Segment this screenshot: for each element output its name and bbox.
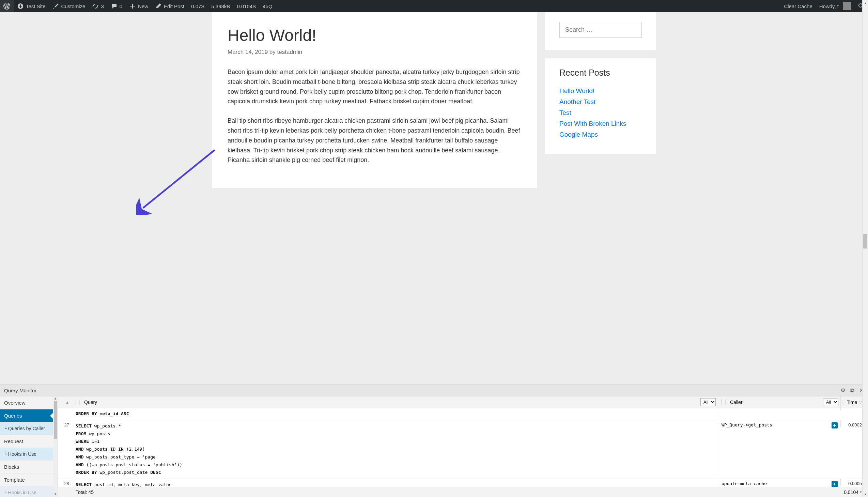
- scroll-up-icon[interactable]: ▲: [53, 396, 58, 401]
- qm-table-body[interactable]: ORDER BY meta_id ASC 27 SELECT wp_posts.…: [58, 408, 868, 487]
- scroll-up-icon[interactable]: ▴: [863, 0, 868, 6]
- qm-table-header: ▲ ⋮ Query All ⋮ Caller All ⋮ Time ▽: [58, 396, 868, 408]
- content-container: Hello World! March 14, 2019 by testadmin…: [212, 12, 656, 188]
- new-link[interactable]: New: [126, 0, 151, 12]
- post-meta: March 14, 2019 by testadmin: [227, 49, 521, 56]
- expand-caller-button[interactable]: +: [832, 422, 838, 428]
- qm-popout-icon[interactable]: ⧉: [850, 387, 854, 394]
- qm-footer-total: Total: 45: [72, 489, 841, 495]
- search-widget: [545, 12, 656, 50]
- customize-label: Customize: [61, 3, 86, 9]
- qm-nav-scrollbar[interactable]: ▲ ▼: [53, 396, 58, 497]
- qm-nav-request[interactable]: Request: [0, 435, 53, 448]
- qm-footer: Total: 45 0.0104 ▾: [58, 487, 868, 497]
- customize-link[interactable]: Customize: [49, 0, 89, 12]
- post-paragraph-2: Ball tip short ribs ribeye hamburger alc…: [227, 116, 521, 165]
- howdy-text: Howdy, t: [819, 3, 839, 9]
- refresh-icon: [92, 3, 99, 10]
- comments-count: 0: [120, 3, 122, 9]
- qm-nav-hooks-in-use-2[interactable]: Hooks in Use: [0, 486, 53, 497]
- recent-posts-widget: Recent Posts Hello World! Another Test T…: [545, 58, 656, 154]
- qm-body: Overview Queries Queries by Caller Reque…: [0, 396, 868, 497]
- admin-bar-left: Test Site Customize 3 0 New Edit Post 0.…: [0, 0, 276, 12]
- table-row: 28 SELECT post_id, meta_key, meta_value …: [58, 479, 868, 487]
- main-article: Hello World! March 14, 2019 by testadmin…: [212, 12, 537, 188]
- widget-title: Recent Posts: [559, 68, 642, 78]
- expand-caller-button[interactable]: +: [832, 481, 838, 487]
- scroll-thumb[interactable]: [54, 401, 57, 439]
- qm-content: ▲ ⋮ Query All ⋮ Caller All ⋮ Time ▽: [58, 396, 868, 497]
- qm-nav-blocks[interactable]: Blocks: [0, 460, 53, 473]
- browser-scrollbar[interactable]: ▴ ▾: [862, 0, 868, 497]
- recent-post-link[interactable]: Post With Broken Links: [559, 120, 626, 127]
- recent-post-link[interactable]: Google Maps: [559, 131, 598, 138]
- query-filter-select[interactable]: All: [701, 398, 716, 406]
- qm-nav-hooks-in-use[interactable]: Hooks in Use: [0, 448, 53, 460]
- qm-header: Query Monitor ⚙ ⧉ ✕: [0, 385, 868, 396]
- row-caller: [718, 408, 841, 410]
- account-link[interactable]: Howdy, t: [816, 0, 854, 12]
- qm-memory[interactable]: 5,398kB: [208, 0, 233, 12]
- admin-bar-right: Clear Cache Howdy, t: [780, 0, 868, 12]
- edit-post-link[interactable]: Edit Post: [151, 0, 188, 12]
- brush-icon: [53, 3, 59, 10]
- wordpress-icon: [3, 3, 10, 10]
- table-row: 27 SELECT wp_posts.* FROM wp_posts WHERE…: [58, 420, 868, 479]
- recent-post-link[interactable]: Test: [559, 109, 571, 116]
- site-name: Test Site: [26, 3, 46, 9]
- scroll-track[interactable]: [863, 6, 868, 491]
- clear-cache-link[interactable]: Clear Cache: [780, 0, 815, 12]
- qm-title: Query Monitor: [4, 387, 36, 393]
- sort-desc-icon: ▽: [859, 400, 862, 404]
- qm-settings-icon[interactable]: ⚙: [840, 387, 845, 394]
- pencil-icon: [155, 3, 162, 10]
- post-paragraph-1: Bacon ipsum dolor amet pork loin landjae…: [227, 67, 521, 106]
- search-input[interactable]: [559, 22, 642, 38]
- scroll-thumb[interactable]: [863, 234, 867, 248]
- dashboard-icon: [17, 3, 24, 10]
- updates-count: 3: [101, 3, 104, 9]
- avatar: [843, 2, 851, 10]
- new-label: New: [138, 3, 148, 9]
- qm-timing[interactable]: 0.07S: [188, 0, 208, 12]
- row-query: ORDER BY meta_id ASC: [72, 408, 718, 420]
- scroll-down-icon[interactable]: ▾: [863, 491, 868, 497]
- row-number: 27: [58, 420, 72, 427]
- wp-admin-bar: Test Site Customize 3 0 New Edit Post 0.…: [0, 0, 868, 12]
- chevron-down-icon: ▾: [860, 490, 862, 494]
- qm-nav-queries-by-caller[interactable]: Queries by Caller: [0, 422, 53, 435]
- site-name-link[interactable]: Test Site: [14, 0, 49, 12]
- recent-post-link[interactable]: Hello World!: [559, 87, 594, 95]
- row-query: SELECT wp_posts.* FROM wp_posts WHERE 1=…: [72, 420, 718, 479]
- qm-queries[interactable]: 45Q: [259, 0, 276, 12]
- comments-link[interactable]: 0: [107, 0, 126, 12]
- qm-db-time[interactable]: 0.0104S: [233, 0, 259, 12]
- query-monitor-panel: Query Monitor ⚙ ⧉ ✕ Overview Queries Que…: [0, 384, 868, 497]
- plus-icon: [129, 3, 136, 10]
- wp-logo[interactable]: [0, 0, 14, 12]
- scroll-down-icon[interactable]: ▼: [53, 492, 58, 497]
- updates-link[interactable]: 3: [89, 0, 107, 12]
- comment-icon: [111, 3, 118, 10]
- row-query: SELECT post_id, meta_key, meta_value FRO…: [72, 479, 718, 487]
- recent-post-link[interactable]: Another Test: [559, 98, 595, 105]
- qm-header-actions: ⚙ ⧉ ✕: [840, 387, 864, 394]
- edit-post-label: Edit Post: [164, 3, 184, 9]
- post-body: Bacon ipsum dolor amet pork loin landjae…: [227, 67, 521, 165]
- qm-col-num-header[interactable]: ▲: [58, 396, 72, 408]
- sort-asc-icon: ▲: [65, 400, 69, 404]
- qm-nav: Overview Queries Queries by Caller Reque…: [0, 396, 53, 497]
- caller-filter-select[interactable]: All: [823, 398, 838, 406]
- recent-posts-list: Hello World! Another Test Test Post With…: [559, 87, 642, 138]
- qm-col-query-header[interactable]: ⋮ Query All: [72, 396, 718, 408]
- row-caller: update_meta_cache +: [718, 479, 841, 486]
- qm-nav-overview[interactable]: Overview: [0, 396, 53, 409]
- row-number: 28: [58, 479, 72, 486]
- sidebar: Recent Posts Hello World! Another Test T…: [545, 12, 656, 188]
- qm-nav-template[interactable]: Template: [0, 473, 53, 486]
- row-number: [58, 408, 72, 410]
- qm-col-caller-header[interactable]: ⋮ Caller All: [718, 396, 841, 408]
- post-title: Hello World!: [227, 26, 521, 45]
- qm-nav-queries[interactable]: Queries: [0, 409, 53, 422]
- page-content: Hello World! March 14, 2019 by testadmin…: [0, 12, 868, 384]
